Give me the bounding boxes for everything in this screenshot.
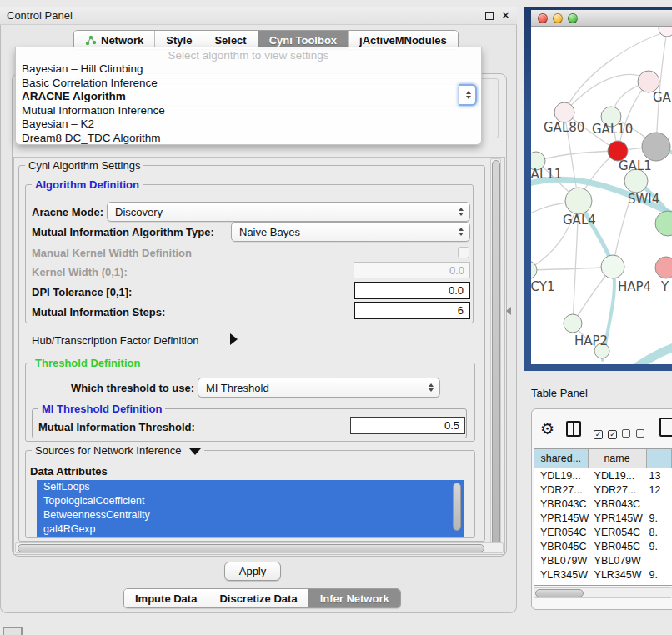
dropdown-item-aracne-algorithm[interactable]: ARACNE Algorithm <box>16 90 481 104</box>
network-icon <box>85 35 97 46</box>
table-row[interactable]: YLR345WYLR345W9. <box>534 568 672 582</box>
network-edge[interactable] <box>656 32 667 147</box>
network-node-label: GAL11 <box>531 167 562 182</box>
table-cell: YIL053C <box>534 583 589 587</box>
table-row[interactable]: YBL079WYBL079W <box>534 553 672 568</box>
network-edge-highlighted[interactable] <box>629 342 672 364</box>
minimize-traffic-light[interactable] <box>553 13 563 23</box>
manual-kernel-checkbox[interactable] <box>458 247 469 258</box>
tab-network[interactable]: Network <box>74 31 154 49</box>
table-row[interactable]: YIL053CYIL053C9 <box>534 582 672 586</box>
network-edge[interactable] <box>536 151 618 161</box>
dropdown-item-basic-correlation-inference[interactable]: Basic Correlation Inference <box>16 77 481 91</box>
mi-threshold-field[interactable]: 0.5 <box>350 417 465 434</box>
column-header-col3[interactable] <box>647 449 672 468</box>
collapsed-panel-icon[interactable] <box>3 627 23 635</box>
network-node[interactable] <box>642 132 670 161</box>
dropdown-item-bayesian-k2[interactable]: Bayesian – K2 <box>16 118 481 132</box>
network-node-hap2[interactable] <box>564 314 582 332</box>
gear-icon[interactable]: ⚙ <box>540 419 554 438</box>
mi-threshold-title: MI Threshold Definition <box>38 402 165 415</box>
table-hscrollbar-thumb[interactable] <box>535 589 584 598</box>
network-node[interactable] <box>655 211 672 236</box>
tab-discretize-data[interactable]: Discretize Data <box>208 589 308 608</box>
attribute-item-gal4rgexp[interactable]: gal4RGexp <box>37 522 464 537</box>
network-node-hap4[interactable] <box>601 255 624 278</box>
table-cell: YBR043C <box>589 498 647 510</box>
table-row[interactable]: YBR043CYBR043C <box>534 497 672 511</box>
mi-steps-field[interactable]: 6 <box>354 302 470 319</box>
aracne-mode-combo[interactable]: Discovery <box>107 202 470 222</box>
attribute-item-selfloops[interactable]: SelfLoops <box>37 480 464 494</box>
table-cell: YDL19... <box>589 470 647 482</box>
tab-cyni-toolbox[interactable]: Cyni Toolbox <box>258 31 348 49</box>
close-icon[interactable]: ✕ <box>501 12 510 20</box>
table-row[interactable]: YER054CYER054C8. <box>534 525 672 539</box>
table-cell: YIL053C <box>589 583 647 587</box>
focused-combo-fragment[interactable] <box>459 84 477 106</box>
table-cell: YER054C <box>534 527 589 538</box>
settings-hscrollbar-thumb[interactable] <box>18 544 484 552</box>
split-view-icon[interactable] <box>566 421 581 437</box>
tab-impute-data[interactable]: Impute Data <box>124 589 208 608</box>
table-row[interactable]: YDR27...YDR27...12 <box>534 482 672 497</box>
table-cell: YDL19... <box>534 470 589 482</box>
table-cell: YDR27... <box>534 484 589 496</box>
table-row[interactable]: YPR145WYPR145W9. <box>534 511 672 525</box>
dropdown-item-mutual-information-inference[interactable]: Mutual Information Inference <box>16 104 481 118</box>
close-traffic-light[interactable] <box>538 13 548 23</box>
which-threshold-value: MI Threshold <box>206 382 269 394</box>
node-table[interactable]: shared...name YDL19...YDL19...13YDR27...… <box>534 448 672 586</box>
column-header-name[interactable]: name <box>589 449 647 468</box>
network-node-label: GAL <box>653 90 672 105</box>
dropdown-item-dream8-dc-tdc-algorithm[interactable]: Dream8 DC_TDC Algorithm <box>16 132 481 146</box>
settings-vscrollbar-thumb[interactable] <box>492 160 500 550</box>
network-node-label: GAL10 <box>592 122 633 137</box>
network-node-label: GAL1 <box>619 158 652 173</box>
table-row[interactable]: YDL19...YDL19...13 <box>534 468 672 482</box>
tab-select[interactable]: Select <box>203 31 257 49</box>
dpi-tolerance-field[interactable]: 0.0 <box>354 282 470 299</box>
zoom-traffic-light[interactable] <box>568 13 578 23</box>
network-node-label: GCY1 <box>531 279 555 294</box>
dropdown-item-bayesian-hill-climbing[interactable]: Bayesian – Hill Climbing <box>16 62 481 77</box>
table-row[interactable]: YBR045CYBR045C9. <box>534 539 672 553</box>
network-node-label: GAL4 <box>563 212 596 228</box>
attributes-vscrollbar-thumb[interactable] <box>453 482 461 531</box>
network-node-label: HAP4 <box>618 279 651 294</box>
network-window-titlebar[interactable] <box>531 10 672 27</box>
panel-divider-arrow[interactable] <box>506 307 511 315</box>
document-icon[interactable] <box>659 418 672 437</box>
float-icon[interactable] <box>485 12 494 20</box>
checked-boxes-icon[interactable]: ✓ ✓ <box>594 425 617 440</box>
tab-jactivemnodules[interactable]: jActiveMNodules <box>348 31 458 49</box>
screenshot-root: Control Panel ✕ NetworkStyleSelectCyni T… <box>0 0 672 635</box>
data-attributes-list[interactable]: SelfLoopsTopologicalCoefficientBetweenne… <box>37 480 464 537</box>
network-canvas[interactable]: GALGAL80GAL10GAL1GAL11SWI4GAL4GCY1HAP4YH… <box>531 27 672 364</box>
manual-kernel-label: Manual Kernel Width Definition <box>32 247 192 259</box>
sources-title-wrap[interactable]: Sources for Network Inference <box>32 444 204 457</box>
network-node-gcy1[interactable] <box>531 261 537 279</box>
which-threshold-label: Which threshold to use: <box>71 382 194 394</box>
mi-type-combo[interactable]: Naive Bayes <box>231 222 470 242</box>
which-threshold-combo[interactable]: MI Threshold <box>198 378 440 398</box>
tab-infer-network[interactable]: Infer Network <box>308 589 400 608</box>
kernel-width-field[interactable]: 0.0 <box>354 262 470 278</box>
expand-right-icon[interactable] <box>230 333 238 345</box>
collapse-down-icon[interactable] <box>189 448 201 455</box>
tab-label: jActiveMNodules <box>359 34 447 47</box>
network-edge[interactable] <box>531 267 613 270</box>
unchecked-boxes-icon[interactable] <box>622 426 644 441</box>
apply-button[interactable]: Apply <box>224 562 281 581</box>
stepper-icon <box>466 91 471 99</box>
hub-definition-toggle[interactable]: Hub/Transcription Factor Definition <box>32 334 198 347</box>
network-node[interactable] <box>659 27 672 37</box>
network-edge[interactable] <box>564 75 649 112</box>
attribute-item-topologicalcoefficient[interactable]: TopologicalCoefficient <box>37 494 464 508</box>
tab-style[interactable]: Style <box>154 31 203 49</box>
network-node-y[interactable] <box>655 257 672 278</box>
network-node-gal4[interactable] <box>565 188 592 214</box>
attribute-item-betweennesscentrality[interactable]: BetweennessCentrality <box>37 508 464 522</box>
table-cell: YBL079W <box>534 555 589 567</box>
column-header-shared[interactable]: shared... <box>534 449 589 468</box>
